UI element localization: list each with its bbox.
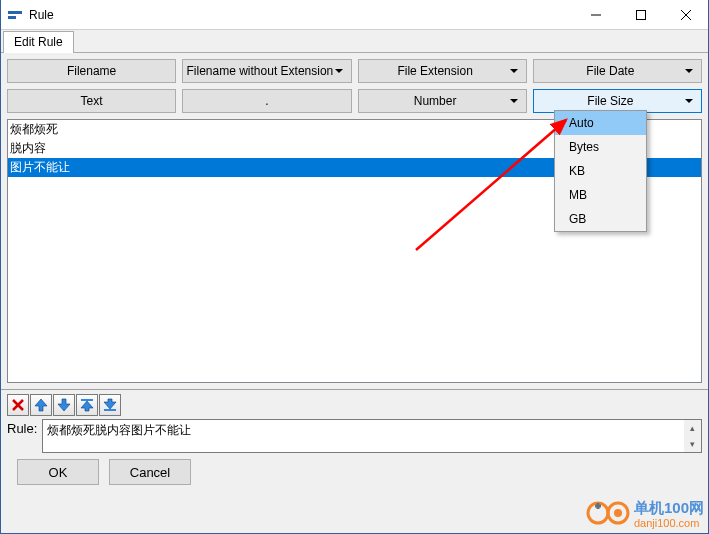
dot-button[interactable]: . (182, 89, 351, 113)
move-down-button[interactable] (53, 394, 75, 416)
dropdown-item[interactable]: MB (555, 183, 646, 207)
watermark-text-url: danji100.com (634, 518, 704, 529)
watermark: 单机100网 danji100.com (586, 499, 704, 529)
svg-marker-8 (35, 399, 47, 411)
titlebar: Rule (1, 0, 708, 30)
bottom-panel: Rule: 烦都烦死脱内容图片不能让 ▴ ▾ OK Cancel (1, 389, 708, 491)
window-controls (573, 0, 708, 29)
delete-button[interactable] (7, 394, 29, 416)
minimize-button[interactable] (573, 0, 618, 29)
rule-value: 烦都烦死脱内容图片不能让 (47, 423, 191, 437)
icon-toolbar (7, 394, 702, 416)
filename-button[interactable]: Filename (7, 59, 176, 83)
svg-marker-9 (58, 399, 70, 411)
number-button[interactable]: Number (358, 89, 527, 113)
svg-rect-1 (8, 16, 16, 19)
chevron-down-icon (510, 69, 518, 73)
rule-button-grid: Filename Filename without Extension File… (7, 59, 702, 113)
scrollbar[interactable]: ▴ ▾ (684, 420, 701, 452)
maximize-button[interactable] (618, 0, 663, 29)
rule-label: Rule: (7, 419, 37, 436)
close-button[interactable] (663, 0, 708, 29)
move-up-button[interactable] (30, 394, 52, 416)
cancel-button[interactable]: Cancel (109, 459, 191, 485)
chevron-down-icon (510, 99, 518, 103)
app-icon (7, 7, 23, 23)
watermark-icon (586, 500, 630, 529)
chevron-down-icon (685, 99, 693, 103)
dropdown-item[interactable]: Auto (555, 111, 646, 135)
filename-without-ext-button[interactable]: Filename without Extension (182, 59, 351, 83)
dropdown-item[interactable]: Bytes (555, 135, 646, 159)
dropdown-item[interactable]: KB (555, 159, 646, 183)
dropdown-item[interactable]: GB (555, 207, 646, 231)
svg-marker-13 (104, 399, 116, 409)
rule-input[interactable]: 烦都烦死脱内容图片不能让 ▴ ▾ (42, 419, 702, 453)
chevron-down-icon (335, 69, 343, 73)
svg-marker-11 (81, 401, 93, 411)
tab-row: Edit Rule (1, 30, 708, 52)
scroll-up-icon[interactable]: ▴ (684, 420, 701, 436)
file-extension-button[interactable]: File Extension (358, 59, 527, 83)
svg-point-20 (614, 509, 622, 517)
file-date-button[interactable]: File Date (533, 59, 702, 83)
scroll-down-icon[interactable]: ▾ (684, 436, 701, 452)
chevron-down-icon (685, 69, 693, 73)
watermark-text-cn: 单机100网 (634, 499, 704, 516)
window-title: Rule (29, 8, 573, 22)
tab-edit-rule[interactable]: Edit Rule (3, 31, 74, 53)
file-size-dropdown[interactable]: AutoBytesKBMBGB (554, 110, 647, 232)
move-top-button[interactable] (76, 394, 98, 416)
ok-button[interactable]: OK (17, 459, 99, 485)
text-button[interactable]: Text (7, 89, 176, 113)
svg-rect-3 (636, 10, 645, 19)
move-bottom-button[interactable] (99, 394, 121, 416)
svg-rect-0 (8, 11, 22, 14)
